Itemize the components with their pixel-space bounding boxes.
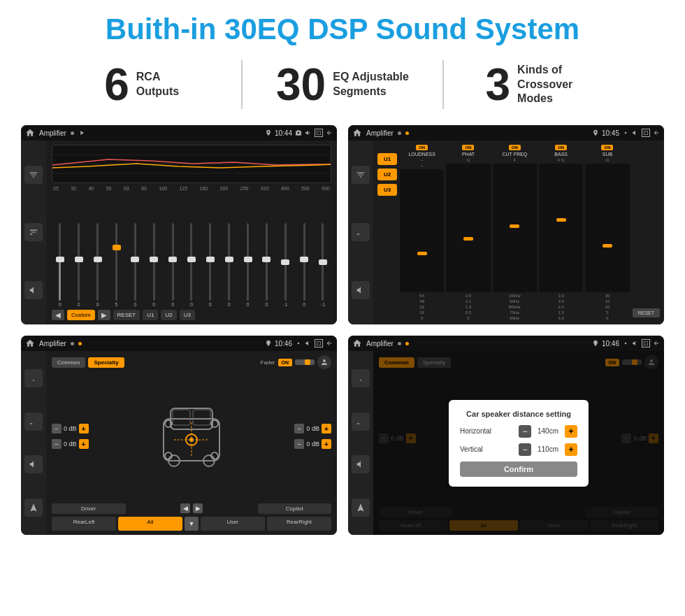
specialty-tab-3[interactable]: Specialty	[88, 357, 124, 368]
wave-btn-4[interactable]	[352, 413, 370, 431]
nav-right[interactable]: ▶	[193, 503, 203, 513]
arrows-btn-3[interactable]	[24, 499, 43, 517]
db-minus-tr[interactable]: −	[294, 424, 304, 434]
u3-preset[interactable]: U3	[377, 184, 397, 196]
eq-slider-12[interactable]: -1	[277, 223, 294, 307]
common-tab-3[interactable]: Common	[52, 357, 85, 368]
db-minus-bl[interactable]: −	[52, 439, 62, 449]
wave-btn-2[interactable]	[352, 223, 370, 241]
bass-toggle[interactable]: ON	[555, 145, 567, 150]
eq-filter-btn-3[interactable]	[24, 369, 43, 387]
u3-btn[interactable]: U3	[180, 310, 195, 320]
status-dot-3a	[71, 342, 74, 345]
u2-btn[interactable]: U2	[161, 310, 176, 320]
nav-left[interactable]: ◀	[180, 503, 190, 513]
db-plus-tl[interactable]: +	[79, 424, 89, 434]
user-btn[interactable]: User	[201, 517, 265, 531]
eq-slider-11[interactable]: 0	[258, 223, 275, 307]
stat-rca-label: RCAOutputs	[136, 70, 179, 99]
status-dot-3b	[78, 342, 82, 345]
u2-preset[interactable]: U2	[377, 169, 397, 180]
eq-slider-0[interactable]: 0	[52, 223, 68, 307]
prev-btn[interactable]: ◀	[52, 310, 64, 320]
confirm-button[interactable]: Confirm	[460, 461, 577, 477]
eq-slider-10[interactable]: 0	[240, 223, 257, 307]
loudness-toggle[interactable]: ON	[416, 145, 428, 150]
stat-eq-label: EQ AdjustableSegments	[333, 70, 409, 99]
eq-curve-svg	[52, 145, 331, 182]
rearleft-btn[interactable]: RearLeft	[52, 517, 116, 531]
speaker-btn[interactable]	[24, 281, 43, 299]
app-title-4: Amplifier	[366, 340, 394, 348]
camera-icon-4	[622, 340, 629, 347]
vertical-label: Vertical	[460, 445, 514, 453]
fader-slider-3[interactable]	[295, 359, 315, 365]
eq-freq-labels: 25 32 40 50 63 80 100 125 160 200 250 32…	[52, 186, 331, 191]
speaker-content-4: Common Specialty ON	[373, 351, 664, 535]
db-plus-br[interactable]: +	[322, 439, 331, 449]
horizontal-minus[interactable]: −	[519, 425, 531, 438]
db-plus-bl[interactable]: +	[79, 439, 89, 449]
eq-slider-4[interactable]: 0	[127, 223, 143, 307]
wave-btn[interactable]	[24, 223, 43, 241]
speaker-btn-3[interactable]	[24, 455, 43, 473]
speaker-btn-4[interactable]	[352, 455, 370, 473]
eq-slider-2[interactable]: 0	[89, 223, 106, 307]
sub-toggle[interactable]: ON	[601, 145, 613, 150]
app-title-3: Amplifier	[39, 340, 66, 348]
db-minus-tl[interactable]: −	[52, 424, 62, 434]
eq-filter-btn-2[interactable]	[352, 166, 370, 184]
eq-slider-5[interactable]: 0	[145, 223, 162, 307]
custom-btn[interactable]: Custom	[67, 310, 95, 320]
copilot-btn[interactable]: Copilot	[258, 503, 332, 514]
u1-btn[interactable]: U1	[143, 310, 158, 320]
vertical-plus[interactable]: +	[565, 443, 577, 456]
rearright-btn[interactable]: RearRight	[267, 517, 331, 531]
u1-preset[interactable]: U1	[377, 153, 397, 165]
eq-slider-6[interactable]: 0	[164, 223, 181, 307]
camera-icon-1	[295, 129, 302, 136]
app-title-1: Amplifier	[39, 129, 66, 137]
cutfreq-toggle[interactable]: ON	[509, 145, 521, 150]
eq-slider-14[interactable]: -1	[315, 223, 331, 307]
right-controls-3: − 0 dB + − 0 dB +	[294, 372, 331, 501]
location-icon-1	[265, 129, 272, 136]
screen-speaker: Amplifier 10:46 ⊡	[21, 336, 337, 535]
eq-slider-13[interactable]: 0	[296, 223, 312, 307]
nav-down[interactable]: ▼	[185, 517, 199, 531]
status-dot-4b	[405, 342, 409, 345]
eq-slider-3[interactable]: 5	[108, 223, 125, 307]
horizontal-plus[interactable]: +	[565, 425, 577, 438]
stat-eq: 30 EQ AdjustableSegments	[243, 62, 442, 107]
db-minus-br[interactable]: −	[294, 439, 304, 449]
driver-btn[interactable]: Driver	[52, 503, 126, 514]
stat-eq-number: 30	[276, 62, 326, 107]
play-icon	[78, 129, 85, 136]
reset-btn-eq[interactable]: RESET	[113, 310, 140, 320]
vertical-minus[interactable]: −	[519, 443, 531, 456]
eq-slider-1[interactable]: 0	[71, 223, 87, 307]
back-icon-3	[326, 340, 333, 347]
arrows-btn-4[interactable]	[352, 499, 370, 517]
wave-btn-3[interactable]	[24, 413, 43, 431]
car-svg-3	[146, 394, 237, 478]
filter-phat: ON PHAT G 3.0 2.1 1.3 0.5 0	[446, 145, 490, 320]
tab-row-3: Common Specialty Fader ON	[52, 355, 331, 369]
horizontal-value: 140cm	[534, 427, 562, 435]
dialog-title: Car speaker distance setting	[460, 410, 577, 418]
speaker-btn-2[interactable]	[352, 281, 370, 299]
eq-slider-8[interactable]: 0	[202, 223, 219, 307]
eq-filter-btn-4[interactable]	[352, 369, 370, 387]
all-btn[interactable]: All	[118, 517, 182, 531]
fader-on-3[interactable]: ON	[278, 359, 293, 366]
eq-filter-btn[interactable]	[24, 166, 43, 184]
next-btn[interactable]: ▶	[98, 310, 110, 320]
eq-slider-7[interactable]: 0	[183, 223, 200, 307]
bottom-buttons-3: Driver ◀ ▶ Copilot	[52, 503, 331, 514]
db-plus-tr[interactable]: +	[322, 424, 331, 434]
profile-btn-3[interactable]	[317, 355, 331, 369]
reset-btn-cross[interactable]: RESET	[633, 308, 660, 317]
person-icon-3	[320, 358, 329, 366]
eq-slider-9[interactable]: 0	[221, 223, 238, 307]
phat-toggle[interactable]: ON	[462, 145, 474, 150]
